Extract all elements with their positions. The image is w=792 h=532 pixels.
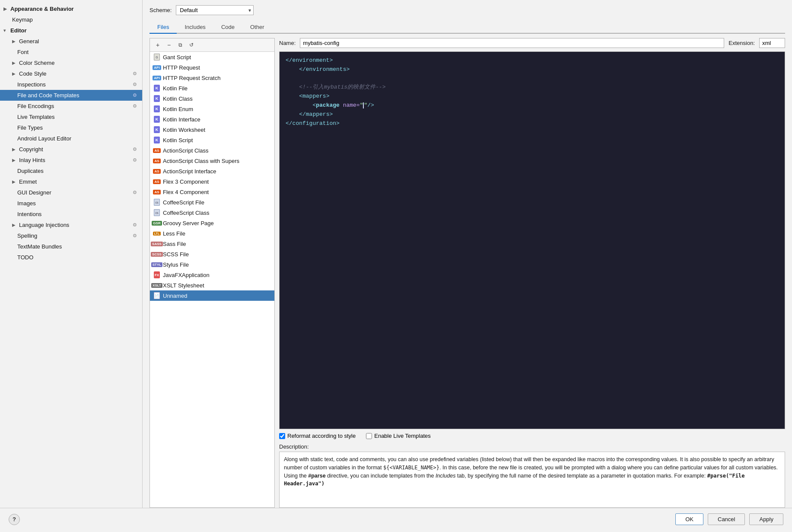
sidebar-item-keymap[interactable]: Keymap — [0, 14, 142, 25]
settings-badge: ⚙ — [133, 190, 137, 195]
ok-button[interactable]: OK — [675, 513, 703, 525]
sidebar-item-emmet[interactable]: ▶ Emmet — [0, 176, 142, 187]
code-editor[interactable]: </environment> </environments> <!--引入myb… — [279, 51, 785, 429]
list-item[interactable]: SCSS SCSS File — [150, 249, 274, 259]
chevron-right-icon: ▶ — [12, 147, 17, 152]
sidebar-item-inlay-hints[interactable]: ▶ Inlay Hints ⚙ — [0, 155, 142, 166]
sidebar-item-general[interactable]: ▶ General — [0, 36, 142, 47]
reformat-checkbox-label[interactable]: Reformat according to style — [279, 433, 356, 439]
tab-includes[interactable]: Includes — [177, 21, 213, 34]
file-icon: API — [153, 74, 160, 81]
file-icon: AS — [153, 188, 160, 195]
list-item[interactable]: K Kotlin Enum — [150, 104, 274, 114]
sidebar-item-gui-designer[interactable]: GUI Designer ⚙ — [0, 187, 142, 198]
sidebar-item-language-injections[interactable]: ▶ Language Injections ⚙ — [0, 220, 142, 230]
sidebar-item-label: Appearance & Behavior — [10, 6, 74, 12]
sidebar-item-code-style[interactable]: ▶ Code Style ⚙ — [0, 68, 142, 79]
sidebar-item-file-code-templates[interactable]: File and Code Templates ⚙ — [0, 90, 142, 101]
sidebar-item-label: Live Templates — [17, 114, 54, 120]
reset-button[interactable]: ↺ — [186, 40, 197, 50]
chevron-right-icon: ▶ — [12, 61, 17, 65]
ext-input[interactable] — [759, 38, 785, 48]
description-text: Along with static text, code and comment… — [279, 452, 785, 508]
sidebar-item-color-scheme[interactable]: ▶ Color Scheme — [0, 57, 142, 68]
list-item[interactable]: K Kotlin Script — [150, 135, 274, 145]
chevron-right-icon: ▶ — [3, 6, 9, 11]
live-templates-checkbox-label[interactable]: Enable Live Templates — [366, 433, 431, 439]
list-item[interactable]: STYL Stylus File — [150, 259, 274, 270]
list-item[interactable]: XSLT XSLT Stylesheet — [150, 280, 274, 290]
sidebar-item-file-types[interactable]: File Types — [0, 122, 142, 133]
sidebar-item-label: Font — [17, 49, 29, 55]
footer-left: ? — [9, 514, 20, 525]
cancel-button[interactable]: Cancel — [708, 513, 745, 525]
tab-other[interactable]: Other — [242, 21, 272, 34]
tab-code[interactable]: Code — [213, 21, 242, 34]
list-item[interactable]: API HTTP Request Scratch — [150, 73, 274, 83]
sidebar-item-android-layout[interactable]: Android Layout Editor — [0, 133, 142, 144]
list-item[interactable]: FX JavaFXApplication — [150, 270, 274, 280]
list-item[interactable]: K Kotlin File — [150, 83, 274, 93]
sidebar-item-label: File Encodings — [17, 103, 54, 109]
list-item[interactable]: K Kotlin Class — [150, 93, 274, 104]
apply-button[interactable]: Apply — [749, 513, 783, 525]
sidebar-item-todo[interactable]: TODO — [0, 252, 142, 263]
list-item[interactable]: cs CoffeeScript Class — [150, 207, 274, 218]
list-item[interactable]: cs CoffeeScript File — [150, 197, 274, 207]
live-templates-checkbox[interactable] — [366, 433, 372, 439]
includes-tab-ref: Includes — [436, 473, 456, 479]
sidebar-item-live-templates[interactable]: Live Templates — [0, 111, 142, 122]
list-item[interactable]: LTL Less File — [150, 228, 274, 239]
list-item[interactable]: AS ActionScript Class — [150, 145, 274, 156]
name-ext-row: Name: Extension: — [279, 38, 785, 48]
sidebar-item-duplicates[interactable]: Duplicates — [0, 166, 142, 176]
sidebar-item-label: File and Code Templates — [17, 92, 80, 99]
list-item[interactable]: AS Flex 4 Component — [150, 187, 274, 197]
settings-badge: ⚙ — [133, 157, 137, 163]
sidebar-item-inspections[interactable]: Inspections ⚙ — [0, 79, 142, 90]
list-item[interactable]: GSR Groovy Server Page — [150, 218, 274, 228]
list-item[interactable]: K Kotlin Worksheet — [150, 124, 274, 135]
remove-button[interactable]: − — [164, 40, 174, 50]
sidebar-item-appearance[interactable]: ▶ Appearance & Behavior — [0, 3, 142, 14]
reformat-label: Reformat according to style — [287, 433, 356, 439]
description-section: Description: Along with static text, cod… — [279, 443, 785, 508]
sidebar-item-intentions[interactable]: Intentions — [0, 209, 142, 220]
scheme-label: Scheme: — [149, 7, 172, 13]
settings-badge: ⚙ — [133, 103, 137, 109]
sidebar-item-spelling[interactable]: Spelling ⚙ — [0, 230, 142, 241]
sidebar-item-font[interactable]: Font — [0, 47, 142, 57]
list-item[interactable]: AS ActionScript Class with Supers — [150, 156, 274, 166]
file-icon: AS — [153, 147, 160, 154]
list-item[interactable]: AS Flex 3 Component — [150, 176, 274, 187]
sidebar-item-editor[interactable]: ▾ Editor — [0, 25, 142, 36]
reformat-checkbox[interactable] — [279, 433, 285, 439]
file-icon: XSLT — [153, 282, 160, 289]
scheme-select[interactable]: Default Project — [176, 5, 254, 15]
chevron-right-icon: ▶ — [12, 179, 17, 184]
sidebar-item-copyright[interactable]: ▶ Copyright ⚙ — [0, 144, 142, 155]
add-button[interactable]: + — [153, 40, 163, 50]
list-item[interactable]: G Gant Script — [150, 52, 274, 62]
name-input[interactable] — [300, 38, 724, 48]
tab-files[interactable]: Files — [149, 21, 177, 34]
list-item[interactable]: API HTTP Request — [150, 62, 274, 73]
file-icon: SCSS — [153, 251, 160, 258]
sidebar-item-file-encodings[interactable]: File Encodings ⚙ — [0, 101, 142, 111]
sidebar-item-label: TODO — [17, 254, 33, 261]
list-item[interactable]: K Kotlin Interface — [150, 114, 274, 124]
parse-example: #parse("File Header.java") — [284, 473, 744, 487]
help-button[interactable]: ? — [9, 514, 20, 525]
sidebar-item-textmate[interactable]: TextMate Bundles — [0, 241, 142, 252]
copy-button[interactable]: ⧉ — [175, 40, 185, 50]
sidebar-item-images[interactable]: Images — [0, 198, 142, 209]
list-item[interactable]: SASS Sass File — [150, 239, 274, 249]
sidebar-item-label: TextMate Bundles — [17, 243, 62, 250]
code-editor-panel: Name: Extension: </environment> </enviro… — [279, 38, 785, 508]
sidebar-item-label: Copyright — [19, 146, 43, 153]
list-item[interactable]: AS ActionScript Interface — [150, 166, 274, 176]
file-icon: 📄 — [153, 292, 160, 299]
list-item-selected[interactable]: 📄 Unnamed — [150, 290, 274, 301]
footer-right: OK Cancel Apply — [675, 513, 783, 525]
sidebar: ▶ Appearance & Behavior Keymap ▾ Editor … — [0, 0, 143, 508]
